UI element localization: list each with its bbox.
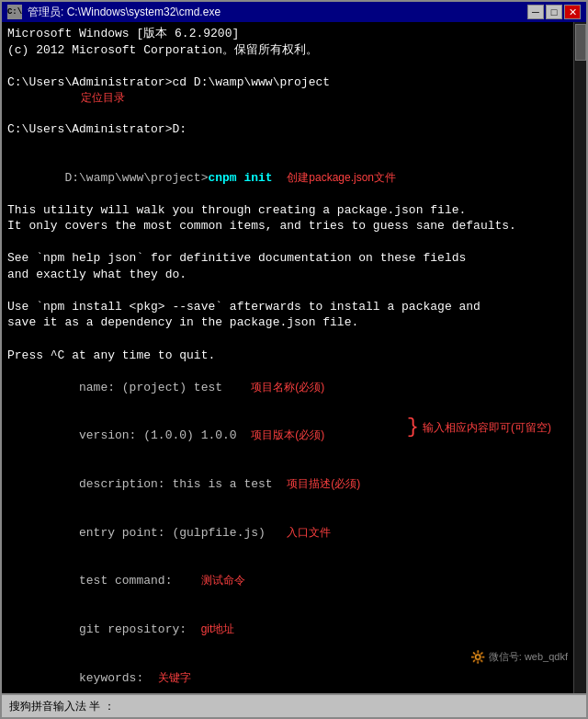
- cmd-icon: C:\: [7, 5, 22, 19]
- prompts-section: } 输入相应内容即可(可留空) name: (project) test 项目名…: [7, 363, 566, 690]
- line-4-ann: 定位目录: [7, 90, 566, 105]
- close-button[interactable]: ✕: [564, 5, 581, 19]
- line-2: (c) 2012 Microsoft Corporation。保留所有权利。: [7, 42, 566, 59]
- line-9: This utility will walk you through creat…: [7, 202, 566, 219]
- title-bar-left: C:\ 管理员: C:\Windows\system32\cmd.exe: [7, 5, 220, 20]
- line-1: Microsoft Windows [版本 6.2.9200]: [7, 26, 566, 42]
- window: C:\ 管理员: C:\Windows\system32\cmd.exe ─ □…: [0, 0, 588, 719]
- line-17: [7, 331, 566, 348]
- title-bar-buttons: ─ □ ✕: [527, 5, 581, 19]
- watermark-icon: 🔆: [470, 650, 485, 664]
- line-10: It only covers the most common items, an…: [7, 218, 566, 234]
- title-bar-title: 管理员: C:\Windows\system32\cmd.exe: [28, 5, 220, 20]
- line-4: C:\Users\Administrator>cd D:\wamp\www\pr…: [7, 74, 566, 91]
- prompt-entry: entry point: (gulpfile.js) 入口文件: [7, 508, 566, 557]
- line-15: Use `npm install <pkg> --save` afterward…: [7, 299, 566, 315]
- line-3: [7, 58, 566, 74]
- title-bar: C:\ 管理员: C:\Windows\system32\cmd.exe ─ □…: [2, 2, 586, 22]
- bracket-annotation: } 输入相应内容即可(可留空): [407, 363, 551, 492]
- prompt-git: git repository: git地址: [7, 605, 566, 654]
- line-8: D:\wamp\www\project>cnpm init 创建package.…: [7, 154, 566, 202]
- line-7: [7, 137, 566, 154]
- terminal-body[interactable]: Microsoft Windows [版本 6.2.9200] (c) 2012…: [2, 22, 586, 693]
- line-13: and exactly what they do.: [7, 267, 566, 283]
- line-6: C:\Users\Administrator>D:: [7, 121, 566, 138]
- scrollbar[interactable]: [573, 22, 586, 693]
- minimize-button[interactable]: ─: [527, 5, 544, 19]
- line-5: [7, 105, 566, 121]
- scrollbar-thumb[interactable]: [575, 24, 586, 61]
- line-12: See `npm help json` for definitive docum…: [7, 250, 566, 267]
- ime-text: 搜狗拼音输入法 半 ：: [9, 699, 115, 714]
- line-16: save it as a dependency in the package.j…: [7, 314, 566, 331]
- line-11: [7, 234, 566, 251]
- line-18: Press ^C at any time to quit.: [7, 348, 566, 364]
- bottom-bar: 搜狗拼音输入法 半 ：: [2, 693, 586, 717]
- line-14: [7, 282, 566, 299]
- watermark: 🔆 微信号: web_qdkf: [470, 650, 568, 664]
- prompt-test: test command: 测试命令: [7, 557, 566, 606]
- terminal-content: Microsoft Windows [版本 6.2.9200] (c) 2012…: [7, 26, 581, 690]
- watermark-text: 微信号: web_qdkf: [489, 650, 568, 664]
- maximize-button[interactable]: □: [546, 5, 562, 19]
